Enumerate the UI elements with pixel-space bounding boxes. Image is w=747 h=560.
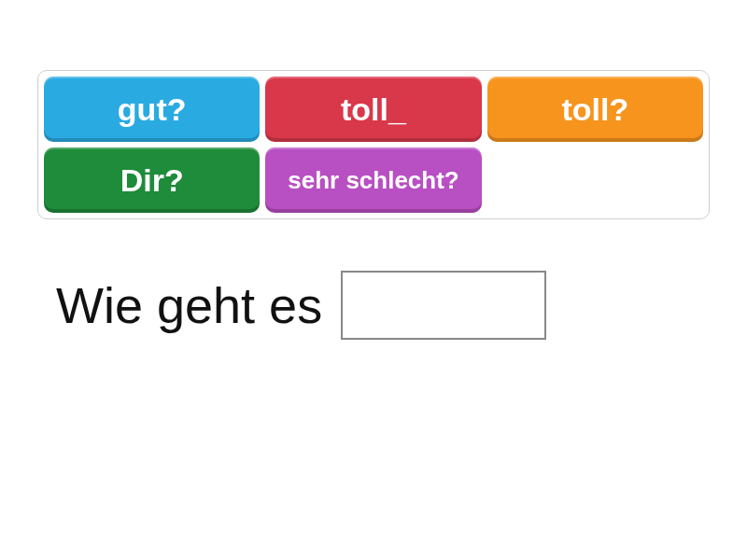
tile-option[interactable]: Dir? (44, 147, 260, 213)
tile-option[interactable]: sehr schlecht? (265, 147, 481, 213)
tile-option[interactable]: toll? (487, 77, 703, 142)
sentence-row: Wie geht es (56, 271, 546, 340)
tile-option[interactable]: gut? (44, 77, 260, 142)
word-bank: gut? toll_ toll? Dir? sehr schlecht? (37, 70, 710, 219)
tile-option[interactable]: toll_ (265, 77, 481, 142)
answer-blank[interactable] (341, 271, 546, 340)
sentence-prefix: Wie geht es (56, 276, 322, 334)
